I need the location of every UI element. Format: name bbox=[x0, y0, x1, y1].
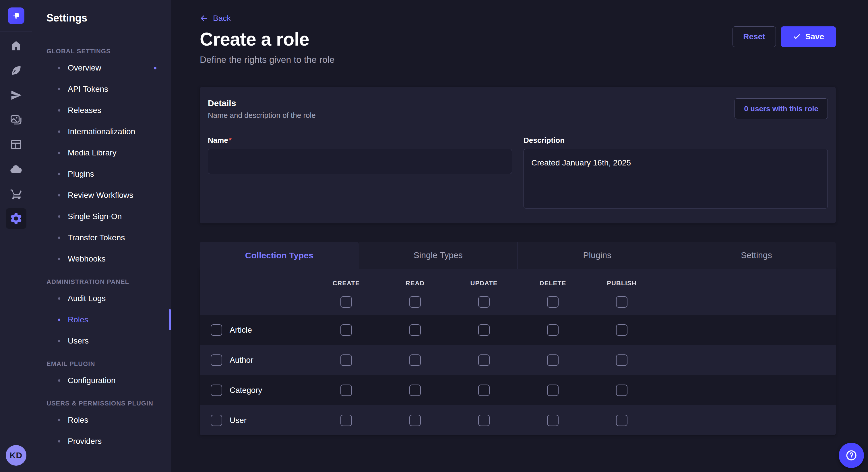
help-button[interactable] bbox=[839, 443, 864, 468]
save-button[interactable]: Save bbox=[781, 26, 836, 47]
subnav-item-configuration[interactable]: Configuration bbox=[46, 370, 156, 391]
name-field-group: Name* bbox=[208, 136, 512, 210]
checkbox-all-delete[interactable] bbox=[547, 296, 559, 308]
subnav-item-review-workflows[interactable]: Review Workflows bbox=[46, 185, 156, 206]
checkbox-article-delete[interactable] bbox=[547, 324, 559, 336]
strapi-logo[interactable] bbox=[8, 7, 24, 24]
settings-subnav: Settings GLOBAL SETTINGS Overview API To… bbox=[32, 0, 171, 472]
checkbox-category-delete[interactable] bbox=[547, 384, 559, 396]
tab-collection-types[interactable]: Collection Types bbox=[200, 242, 359, 269]
checkbox-all-update[interactable] bbox=[478, 296, 490, 308]
checkbox-all-create[interactable] bbox=[340, 296, 352, 308]
user-avatar[interactable]: KD bbox=[6, 445, 26, 466]
subnav-item-roles-up[interactable]: Roles bbox=[46, 409, 156, 431]
subnav-item-users[interactable]: Users bbox=[46, 330, 156, 351]
subnav-item-internationalization[interactable]: Internationalization bbox=[46, 121, 156, 142]
section-label: USERS & PERMISSIONS PLUGIN bbox=[32, 400, 171, 407]
permission-row-category: Category bbox=[200, 375, 836, 405]
media-library-icon[interactable] bbox=[6, 109, 26, 130]
checkbox-user-delete[interactable] bbox=[547, 415, 559, 426]
name-input[interactable] bbox=[208, 149, 512, 174]
page-title: Create a role bbox=[200, 29, 309, 49]
section-email-plugin: EMAIL PLUGIN Configuration bbox=[32, 360, 171, 391]
users-with-role-button[interactable]: 0 users with this role bbox=[735, 98, 828, 119]
section-administration-panel: ADMINISTRATION PANEL Audit Logs Roles Us… bbox=[32, 278, 171, 351]
checkbox-category-create[interactable] bbox=[340, 384, 352, 396]
checkbox-article-all[interactable] bbox=[211, 324, 222, 336]
content-feather-icon[interactable] bbox=[6, 60, 26, 81]
bullet-icon bbox=[58, 131, 60, 133]
checkbox-category-publish[interactable] bbox=[616, 384, 627, 396]
strapi-logo-icon bbox=[11, 11, 21, 21]
subnav-item-transfer-tokens[interactable]: Transfer Tokens bbox=[46, 227, 156, 248]
checkbox-author-create[interactable] bbox=[340, 355, 352, 366]
permissions-column-headers: CREATE READ UPDATE DELETE PUBLISH bbox=[200, 269, 836, 289]
permissions-select-all-row bbox=[200, 289, 836, 315]
checkbox-author-all[interactable] bbox=[211, 355, 222, 366]
checkbox-user-publish[interactable] bbox=[616, 415, 627, 426]
checkbox-category-all[interactable] bbox=[211, 384, 222, 396]
subnav-title-divider bbox=[46, 33, 60, 33]
subnav-item-overview[interactable]: Overview bbox=[46, 57, 156, 78]
row-name: Author bbox=[229, 356, 253, 365]
checkbox-all-read[interactable] bbox=[409, 296, 421, 308]
home-icon[interactable] bbox=[6, 36, 26, 56]
bullet-icon bbox=[58, 419, 60, 421]
subnav-item-releases[interactable]: Releases bbox=[46, 100, 156, 121]
marketplace-cart-icon[interactable] bbox=[6, 183, 26, 204]
subnav-item-roles-admin[interactable]: Roles bbox=[46, 309, 156, 330]
bullet-icon bbox=[58, 215, 60, 217]
settings-gear-icon[interactable] bbox=[6, 208, 26, 229]
description-field-group: Description Created January 16th, 2025 bbox=[524, 136, 828, 210]
bullet-icon bbox=[58, 109, 60, 111]
permissions-panel: CREATE READ UPDATE DELETE PUBLISH Ar bbox=[200, 269, 836, 435]
bullet-icon bbox=[58, 88, 60, 90]
rail-icon-list bbox=[0, 32, 32, 229]
permissions-tablist: Collection Types Single Types Plugins Se… bbox=[200, 242, 836, 269]
tab-single-types[interactable]: Single Types bbox=[359, 242, 518, 269]
row-name: Category bbox=[229, 386, 262, 395]
reset-button[interactable]: Reset bbox=[733, 26, 776, 47]
checkbox-all-publish[interactable] bbox=[616, 296, 627, 308]
content-type-builder-icon[interactable] bbox=[6, 134, 26, 155]
bullet-icon bbox=[58, 237, 60, 239]
permission-row-article: Article bbox=[200, 315, 836, 345]
section-label: ADMINISTRATION PANEL bbox=[32, 278, 171, 285]
subnav-item-api-tokens[interactable]: API Tokens bbox=[46, 78, 156, 100]
checkbox-category-read[interactable] bbox=[409, 384, 421, 396]
subnav-item-plugins[interactable]: Plugins bbox=[46, 164, 156, 185]
checkbox-author-update[interactable] bbox=[478, 355, 490, 366]
checkbox-article-create[interactable] bbox=[340, 324, 352, 336]
column-header-delete: DELETE bbox=[518, 279, 587, 287]
checkbox-user-read[interactable] bbox=[409, 415, 421, 426]
tab-plugins[interactable]: Plugins bbox=[518, 242, 677, 269]
tab-settings[interactable]: Settings bbox=[677, 242, 836, 269]
name-label: Name* bbox=[208, 136, 512, 145]
release-plane-icon[interactable] bbox=[6, 85, 26, 105]
details-subtitle: Name and description of the role bbox=[208, 111, 316, 120]
column-header-update: UPDATE bbox=[450, 279, 518, 287]
subnav-item-webhooks[interactable]: Webhooks bbox=[46, 248, 156, 270]
subnav-item-providers[interactable]: Providers bbox=[46, 431, 156, 452]
subnav-item-single-sign-on[interactable]: Single Sign-On bbox=[46, 206, 156, 227]
section-label: EMAIL PLUGIN bbox=[32, 360, 171, 368]
cloud-icon[interactable] bbox=[6, 159, 26, 179]
subnav-item-audit-logs[interactable]: Audit Logs bbox=[46, 288, 156, 309]
checkbox-article-read[interactable] bbox=[409, 324, 421, 336]
checkbox-article-update[interactable] bbox=[478, 324, 490, 336]
back-link[interactable]: Back bbox=[200, 14, 231, 23]
app-root: KD Settings GLOBAL SETTINGS Overview API… bbox=[0, 0, 868, 472]
checkbox-category-update[interactable] bbox=[478, 384, 490, 396]
checkbox-user-all[interactable] bbox=[211, 415, 222, 426]
checkbox-author-delete[interactable] bbox=[547, 355, 559, 366]
bullet-icon bbox=[58, 173, 60, 175]
checkbox-author-publish[interactable] bbox=[616, 355, 627, 366]
permission-row-user: User bbox=[200, 405, 836, 435]
checkbox-author-read[interactable] bbox=[409, 355, 421, 366]
description-textarea[interactable]: Created January 16th, 2025 bbox=[524, 149, 828, 208]
header-actions: Reset Save bbox=[733, 26, 836, 47]
subnav-item-media-library[interactable]: Media Library bbox=[46, 142, 156, 164]
checkbox-user-update[interactable] bbox=[478, 415, 490, 426]
checkbox-article-publish[interactable] bbox=[616, 324, 627, 336]
checkbox-user-create[interactable] bbox=[340, 415, 352, 426]
